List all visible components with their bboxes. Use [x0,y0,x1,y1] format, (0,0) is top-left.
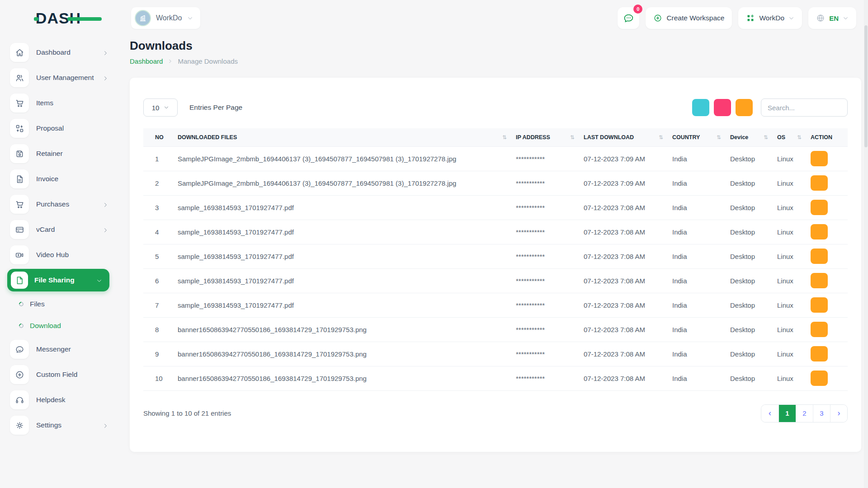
chevron-right-icon [103,227,108,233]
view-button[interactable] [811,297,828,313]
cell-device: Desktop [726,195,773,220]
column-header[interactable]: LAST DOWNLOAD⇅ [579,128,668,146]
topbar-actions: 0 Create Workspace WorkDo EN [618,7,856,29]
table-row: 8banner1650863942770550186_1693814729_17… [143,317,848,342]
scrollbar-thumb[interactable] [864,25,868,147]
sidebar-item-file-sharing[interactable]: File Sharing [7,269,109,291]
sidebar-subitem-download[interactable]: Download [0,315,117,337]
column-header[interactable]: OS⇅ [773,128,806,146]
sidebar-item-helpdesk[interactable]: Helpdesk [0,387,117,413]
pagination-next[interactable]: › [830,405,847,422]
breadcrumb: Dashboard Manage Downloads [130,57,861,65]
cell-country: India [668,268,726,293]
create-workspace-button[interactable]: Create Workspace [646,7,732,29]
entries-per-page-select[interactable]: 10 [143,99,178,117]
table-row: 5sample_1693814593_1701927477.pdf*******… [143,244,848,268]
sidebar-item-settings[interactable]: Settings [0,413,117,438]
column-header[interactable]: DOWNLOADED FILES⇅ [173,128,511,146]
cell-os: Linux [773,244,806,268]
cell-os: Linux [773,366,806,390]
language-selector[interactable]: EN [808,7,856,29]
sidebar-item-label: Helpdesk [36,396,108,404]
cell-ip: *********** [511,146,579,171]
chevron-right-icon [168,59,173,64]
cell-device: Desktop [726,366,773,390]
export-button[interactable] [692,99,709,116]
sidebar-item-dashboard[interactable]: Dashboard [0,40,117,65]
cell-os: Linux [773,317,806,342]
sort-icon[interactable]: ⇅ [496,134,507,141]
workspace-menu-button[interactable]: WorkDo [738,7,802,29]
sidebar-item-label: User Management [36,74,103,82]
sidebar-item-messenger[interactable]: Messenger [0,337,117,362]
sort-icon[interactable]: ⇅ [710,134,721,141]
breadcrumb-link[interactable]: Dashboard [130,57,163,65]
column-header[interactable]: COUNTRY⇅ [668,128,726,146]
sidebar-item-vcard[interactable]: vCard [0,217,117,242]
view-button[interactable] [811,249,828,264]
view-button[interactable] [811,273,828,288]
pagination-prev[interactable]: ‹ [761,405,778,422]
cell-country: India [668,342,726,366]
cell-no: 5 [143,244,173,268]
sort-icon[interactable]: ⇅ [757,134,768,141]
workspace-selector[interactable]: WorkDo [131,7,200,29]
pagination-page-2[interactable]: 2 [796,405,813,422]
view-button[interactable] [811,346,828,361]
chevron-down-icon [96,277,102,283]
logo-accent-dot [34,17,38,21]
column-header[interactable]: IP ADDRESS⇅ [511,128,579,146]
sidebar-item-custom-field[interactable]: Custom Field [0,362,117,387]
table-row: 9banner1650863942770550186_1693814729_17… [143,342,848,366]
cell-no: 2 [143,171,173,195]
sidebar-item-video-hub[interactable]: Video Hub [0,242,117,267]
chevron-right-icon [103,202,108,207]
bullet-icon [18,301,24,307]
sidebar-item-purchases[interactable]: Purchases [0,192,117,217]
sidebar-subitem-files[interactable]: Files [0,293,117,315]
cell-device: Desktop [726,293,773,317]
page-scrollbar[interactable] [864,0,868,488]
view-button[interactable] [811,371,828,386]
refresh-button[interactable] [736,99,753,116]
sidebar-item-retainer[interactable]: Retainer [0,141,117,166]
sidebar-item-label: Custom Field [36,371,108,379]
view-button[interactable] [811,151,828,166]
cell-country: India [668,146,726,171]
cell-last-download: 07-12-2023 7:08 AM [579,293,668,317]
sort-icon[interactable]: ⇅ [564,134,575,141]
sidebar-item-items[interactable]: Items [0,90,117,116]
search-input[interactable] [761,99,848,117]
cell-ip: *********** [511,220,579,244]
pagination-page-1[interactable]: 1 [778,405,796,422]
column-header[interactable]: Device⇅ [726,128,773,146]
sort-icon[interactable]: ⇅ [652,134,663,141]
cell-file: sample_1693814593_1701927477.pdf [173,220,511,244]
cell-country: India [668,195,726,220]
cell-ip: *********** [511,195,579,220]
cell-no: 8 [143,317,173,342]
cell-device: Desktop [726,171,773,195]
cell-last-download: 07-12-2023 7:08 AM [579,366,668,390]
view-button[interactable] [811,200,828,215]
messages-button[interactable]: 0 [618,7,639,29]
view-button[interactable] [811,224,828,239]
cell-os: Linux [773,293,806,317]
brand-logo[interactable]: DASH [36,9,81,27]
video-camera-icon [10,245,29,264]
credit-card-icon [10,220,29,239]
sidebar-item-invoice[interactable]: Invoice [0,166,117,192]
cell-device: Desktop [726,342,773,366]
view-button[interactable] [811,175,828,191]
view-button[interactable] [811,322,828,337]
undo-button[interactable] [714,99,731,116]
cell-no: 4 [143,220,173,244]
cell-no: 9 [143,342,173,366]
sort-icon[interactable]: ⇅ [791,134,802,141]
sidebar-item-proposal[interactable]: Proposal [0,116,117,141]
chevron-right-icon [103,75,108,81]
pagination-page-3[interactable]: 3 [813,405,830,422]
table-body: 1SampleJPGImage_2mbmb_1694406137 (3)_169… [143,146,848,390]
sidebar-subitem-label: Files [30,300,45,308]
sidebar-item-user-management[interactable]: User Management [0,65,117,90]
